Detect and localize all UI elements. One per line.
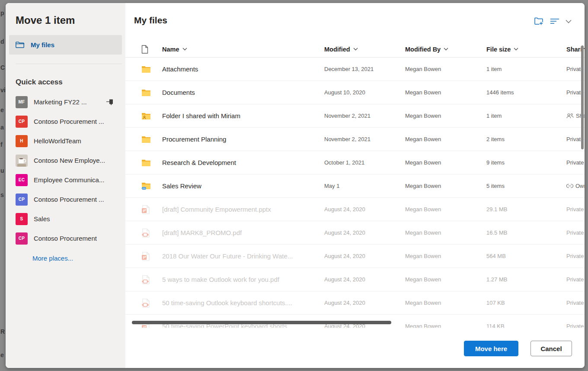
- quick-access-item[interactable]: Contoso New Employe...: [6, 151, 125, 170]
- team-initials-icon: CP: [16, 116, 28, 128]
- item-sharing-status: Private: [566, 323, 585, 328]
- sharing-label: Private: [566, 206, 584, 213]
- sidebar-item-label: My files: [31, 41, 54, 48]
- folder-icon: [141, 135, 162, 143]
- vertical-scrollbar-thumb[interactable]: [581, 45, 584, 149]
- column-header-name[interactable]: Name: [162, 46, 324, 53]
- link-icon: [566, 184, 573, 188]
- page-behind-text-fragment: e: [0, 352, 6, 358]
- item-modified-date: August 10, 2020: [324, 89, 405, 96]
- quick-access-item[interactable]: ECEmployee Communica...: [6, 170, 125, 190]
- sharing-label: Private: [566, 300, 584, 306]
- item-modified-by: Megan Bowen: [405, 89, 486, 96]
- folder-row[interactable]: Folder I shared with MiriamNovember 2, 2…: [125, 104, 585, 128]
- file-table-body: AttachmentsDecember 13, 2021Megan Bowen1…: [125, 58, 585, 328]
- item-name: 5 ways to make Outlook work for you.pdf: [162, 276, 324, 283]
- team-initials-icon: CP: [16, 194, 28, 206]
- quick-access-item-label: Marketing FY22 ...: [34, 98, 87, 106]
- page-behind-text-fragment: R: [0, 328, 6, 335]
- quick-access-item-label: Contoso Procurement ...: [34, 196, 104, 203]
- item-sharing-status: Private: [566, 300, 585, 306]
- item-modified-by: Megan Bowen: [405, 300, 486, 306]
- page-behind-text-fragment: s: [0, 191, 6, 198]
- item-file-size: 16.5 MB: [486, 229, 566, 236]
- sharing-label: Private: [566, 159, 584, 166]
- dialog-title: Move 1 item: [16, 14, 125, 26]
- quick-access-item[interactable]: HHelloWorldTeam: [6, 131, 125, 151]
- item-modified-by: Megan Bowen: [405, 136, 486, 142]
- quick-access-item[interactable]: CPContoso Procurement: [6, 229, 125, 248]
- pdf-icon: [141, 298, 162, 308]
- quick-access-item-label: Sales: [34, 215, 50, 223]
- item-file-size: 1 item: [486, 113, 566, 119]
- pin-icon[interactable]: [106, 98, 114, 106]
- move-here-button[interactable]: Move here: [464, 341, 518, 356]
- page-behind-text-fragment: C: [0, 64, 6, 71]
- team-initials-icon: S: [16, 213, 28, 225]
- horizontal-scrollbar-thumb[interactable]: [132, 321, 391, 324]
- toolbar: [534, 17, 572, 26]
- team-photo-icon: [16, 155, 28, 167]
- folder-row[interactable]: Sales ReviewMay 1Megan Bowen5 itemsOwner: [125, 174, 585, 198]
- cancel-button[interactable]: Cancel: [530, 341, 572, 356]
- new-folder-icon[interactable]: [534, 17, 544, 26]
- folder-row[interactable]: DocumentsAugust 10, 2020Megan Bowen1446 …: [125, 81, 585, 104]
- sort-view-icon[interactable]: [550, 18, 559, 24]
- folder-row[interactable]: Research & DevelopmentOctober 1, 2021Meg…: [125, 151, 585, 174]
- item-modified-date: August 24, 2020: [324, 300, 405, 306]
- column-header-file-size[interactable]: File size: [486, 46, 566, 53]
- item-modified-by: Megan Bowen: [405, 206, 486, 213]
- quick-access-item[interactable]: SSales: [6, 209, 125, 229]
- pdf-icon: [141, 275, 162, 284]
- team-initials-icon: H: [16, 135, 28, 147]
- item-sharing-status: Private: [566, 253, 585, 259]
- item-sharing-status: Private: [566, 206, 585, 213]
- page-behind-text-fragment: f: [0, 141, 6, 148]
- page-behind-text-fragment: a: [0, 124, 6, 131]
- item-file-size: 114 KB: [486, 323, 566, 328]
- item-modified-by: Megan Bowen: [405, 66, 486, 72]
- quick-access-item-label: Contoso Procurement ...: [34, 118, 104, 125]
- item-modified-by: Megan Bowen: [405, 323, 486, 328]
- quick-access-item-label: Contoso New Employe...: [34, 157, 105, 164]
- sidebar-item-my-files[interactable]: My files: [9, 35, 122, 55]
- item-name: Sales Review: [162, 182, 324, 190]
- item-sharing-status: Private: [566, 276, 585, 283]
- item-modified-by: Megan Bowen: [405, 183, 486, 189]
- quick-access-item[interactable]: MFMarketing FY22 ...: [6, 92, 125, 112]
- item-file-size: 5 items: [486, 183, 566, 189]
- file-type-column-icon: [141, 45, 162, 54]
- item-name: 50 time-saving Outlook keyboard shortcut…: [162, 299, 324, 306]
- item-file-size: 29.1 MB: [486, 206, 566, 213]
- item-modified-by: Megan Bowen: [405, 229, 486, 236]
- item-modified-date: August 24, 2020: [324, 206, 405, 213]
- quick-access-item[interactable]: CPContoso Procurement ...: [6, 112, 125, 131]
- quick-access-item[interactable]: CPContoso Procurement ...: [6, 190, 125, 209]
- chevron-down-icon[interactable]: [566, 19, 572, 23]
- page-behind-text-fragment: d: [0, 38, 6, 45]
- folder-link-icon: [141, 182, 162, 190]
- quick-access-list: MFMarketing FY22 ...CPContoso Procuremen…: [6, 92, 125, 248]
- sharing-label: Private: [566, 229, 584, 236]
- item-file-size: 1.27 MB: [486, 276, 566, 283]
- team-initials-icon: MF: [16, 96, 28, 108]
- item-modified-date: November 2, 2021: [324, 136, 405, 142]
- item-file-size: 9 items: [486, 159, 566, 166]
- column-header-modified-by[interactable]: Modified By: [405, 46, 486, 53]
- folder-icon: [141, 65, 162, 73]
- page-behind-text-fragment: p: [0, 10, 6, 16]
- item-name: Folder I shared with Miriam: [162, 112, 324, 119]
- item-file-size: 1446 items: [486, 89, 566, 96]
- quick-access-item-label: Contoso Procurement: [34, 235, 97, 242]
- folder-row[interactable]: AttachmentsDecember 13, 2021Megan Bowen1…: [125, 58, 585, 81]
- pptx-icon: P: [141, 252, 162, 261]
- folder-row[interactable]: Procurement PlanningNovember 2, 2021Mega…: [125, 128, 585, 151]
- file-row: 50 time-saving Outlook keyboard shortcut…: [125, 291, 585, 315]
- item-name: 2018 Our Water Our Future - Drinking Wat…: [162, 252, 324, 260]
- more-places-link[interactable]: More places...: [32, 255, 73, 262]
- column-header-modified[interactable]: Modified: [324, 46, 405, 53]
- item-name: Documents: [162, 89, 324, 96]
- item-name: Research & Development: [162, 159, 324, 166]
- table-header: Name Modified Modified By File size Shar…: [125, 41, 585, 58]
- current-location-heading: My files: [134, 15, 167, 26]
